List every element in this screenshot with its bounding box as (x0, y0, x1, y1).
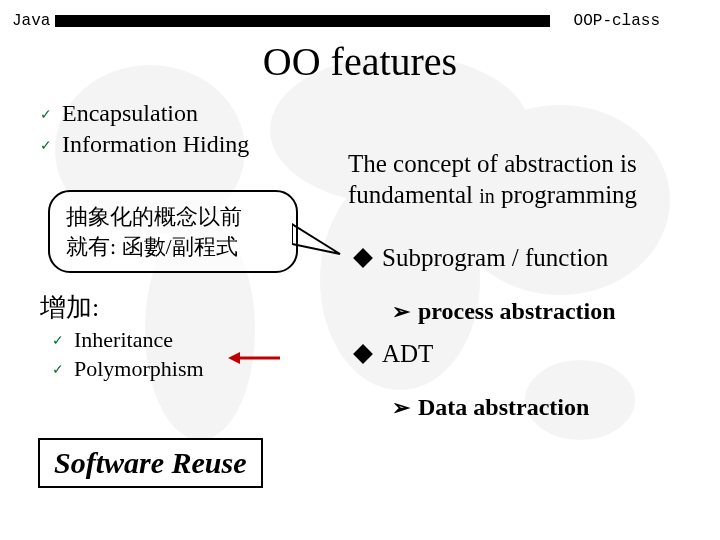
top-feature-list: Encapsulation Information Hiding (40, 98, 249, 160)
callout-box: 抽象化的概念以前 就有: 函數/副程式 (48, 190, 298, 273)
callout-line: 就有: 函數/副程式 (66, 232, 286, 262)
para-text: fundamental (348, 181, 479, 208)
bottom-feature-list: Inheritance Polymorphism (52, 326, 204, 383)
slide-title: OO features (0, 38, 720, 85)
list-item: Data abstraction (392, 394, 589, 421)
data-abstraction-item: Data abstraction (392, 386, 589, 429)
header-bar: Java OOP-class (0, 10, 720, 34)
list-item: process abstraction (392, 298, 616, 325)
para-text-small: in (479, 185, 495, 207)
callout-line: 抽象化的概念以前 (66, 202, 286, 232)
list-item: ADT (356, 340, 433, 368)
abstraction-paragraph: The concept of abstraction is fundamenta… (348, 148, 694, 211)
para-text: The concept of abstraction is (348, 150, 637, 177)
software-reuse-box: Software Reuse (38, 438, 263, 488)
list-item: Inheritance (52, 326, 204, 355)
list-item: Encapsulation (40, 98, 249, 129)
process-abstraction-item: process abstraction (392, 290, 616, 333)
para-text: programming (495, 181, 637, 208)
list-item: Subprogram / function (356, 244, 608, 272)
list-item: Information Hiding (40, 129, 249, 160)
svg-marker-7 (228, 352, 240, 364)
header-left-label: Java (12, 12, 50, 30)
list-item: Polymorphism (52, 355, 204, 384)
header-rule (55, 15, 550, 27)
add-label: 增加: (40, 290, 99, 325)
header-right-label: OOP-class (574, 12, 660, 30)
red-arrow-icon (228, 348, 280, 368)
